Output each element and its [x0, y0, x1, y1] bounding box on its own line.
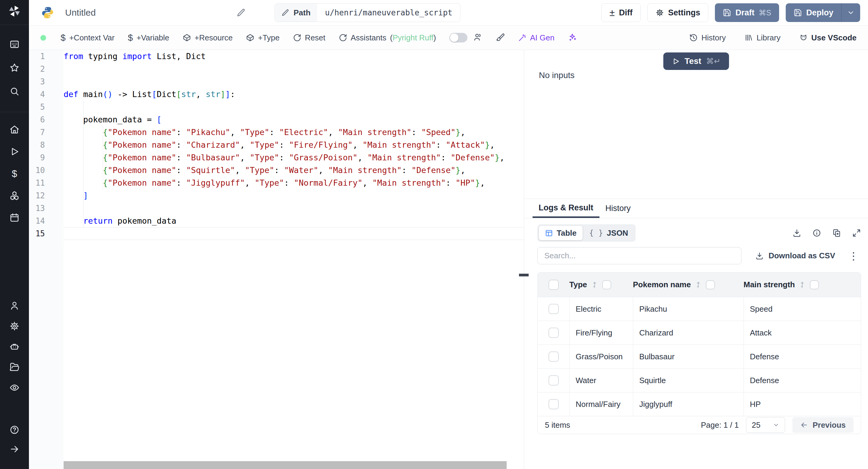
- code-line[interactable]: [64, 227, 524, 240]
- view-json-button[interactable]: { } JSON: [583, 226, 634, 240]
- code-line[interactable]: from typing import List, Dict: [64, 50, 524, 63]
- assistants-button[interactable]: Assistants (Pyright Ruff): [339, 33, 436, 42]
- code-line[interactable]: {"Pokemon name": "Charizard", "Type": "F…: [64, 139, 524, 151]
- sidebar-item-folders[interactable]: [0, 362, 29, 373]
- script-title: Untitled: [65, 7, 96, 18]
- reset-button[interactable]: Reset: [293, 33, 326, 42]
- sidebar-item-workers[interactable]: [0, 341, 29, 352]
- code-line[interactable]: def main() -> List[Dict[str, str]]:: [64, 88, 524, 101]
- row-checkbox[interactable]: [549, 327, 559, 338]
- sidebar-item-schedules[interactable]: [0, 212, 29, 223]
- sidebar-item-resources[interactable]: [0, 190, 29, 201]
- deploy-button[interactable]: Deploy: [786, 3, 841, 22]
- ai-gen-button[interactable]: AI Gen: [518, 33, 555, 42]
- code-line[interactable]: pokemon_data = [: [64, 113, 524, 126]
- ai-sparkles-button[interactable]: [568, 33, 577, 43]
- result-tabs: Logs & Result History: [524, 199, 868, 218]
- sidebar-item-runs[interactable]: [0, 146, 29, 157]
- search-input[interactable]: [537, 247, 741, 264]
- code-line[interactable]: [64, 202, 524, 215]
- code-line[interactable]: ]: [64, 189, 524, 202]
- previous-page-button[interactable]: Previous: [792, 417, 854, 433]
- column-label: Pokemon name: [633, 280, 691, 289]
- draft-button[interactable]: Draft ⌘S: [715, 3, 779, 22]
- add-context-var-button[interactable]: $ +Context Var: [61, 33, 115, 43]
- settings-button[interactable]: Settings: [647, 3, 709, 22]
- column-header: Type: [569, 280, 633, 289]
- horizontal-scrollbar-thumb[interactable]: [64, 461, 507, 469]
- code-editor[interactable]: 123456789101112131415 from typing import…: [29, 50, 524, 469]
- sidebar-item-users[interactable]: [0, 300, 29, 311]
- add-type-button[interactable]: +Type: [246, 33, 280, 42]
- code-line[interactable]: {"Pokemon name": "Pikachu", "Type": "Ele…: [64, 126, 524, 139]
- view-table-button[interactable]: Table: [539, 226, 583, 240]
- tab-history[interactable]: History: [599, 199, 637, 218]
- line-number: 10: [29, 164, 64, 177]
- gear-icon: [655, 8, 664, 17]
- code-line[interactable]: [64, 101, 524, 113]
- info-icon[interactable]: [812, 228, 821, 238]
- download-csv-button[interactable]: Download as CSV: [755, 251, 835, 260]
- add-resource-button[interactable]: +Resource: [183, 33, 233, 42]
- row-checkbox[interactable]: [549, 375, 559, 385]
- robot-icon: [9, 342, 20, 352]
- copy-clipboard-icon[interactable]: [832, 228, 841, 238]
- path-field[interactable]: Path u/henri/maneuverable_script: [275, 3, 461, 22]
- code-line[interactable]: {"Pokemon name": "Bulbasaur", "Type": "G…: [64, 151, 524, 164]
- library-button[interactable]: Library: [744, 33, 780, 42]
- arrow-right-icon: [9, 444, 20, 454]
- sidebar-item-audit-logs[interactable]: [0, 382, 29, 393]
- result-section: Table { } JSON: [524, 218, 868, 469]
- edit-title-pencil-icon[interactable]: [237, 8, 246, 17]
- table-cell: Fire/Flying: [569, 321, 633, 345]
- download-result-icon[interactable]: [792, 228, 801, 238]
- history-button[interactable]: History: [689, 33, 726, 42]
- sidebar-item-variables[interactable]: $: [0, 168, 29, 179]
- column-filter-checkbox[interactable]: [810, 280, 819, 289]
- sort-icon[interactable]: [695, 281, 702, 288]
- test-button[interactable]: Test ⌘↵: [663, 53, 729, 70]
- row-checkbox[interactable]: [549, 351, 559, 362]
- multiplayer-button[interactable]: [473, 33, 483, 43]
- brush-icon: [496, 33, 505, 41]
- code-line[interactable]: {"Pokemon name": "Squirtle", "Type": "Wa…: [64, 164, 524, 177]
- header-checkbox[interactable]: [549, 280, 559, 290]
- sidebar-item-settings[interactable]: [0, 321, 29, 332]
- format-button[interactable]: [496, 33, 505, 43]
- code-line[interactable]: {"Pokemon name": "Jigglypuff", "Type": "…: [64, 177, 524, 189]
- sidebar-item-help[interactable]: [0, 425, 29, 435]
- add-variable-button[interactable]: $ +Variable: [128, 33, 169, 43]
- code-line[interactable]: [64, 63, 524, 75]
- deploy-split-button: Deploy: [786, 3, 860, 22]
- cubes-icon: [9, 190, 20, 201]
- sort-icon[interactable]: [591, 281, 598, 288]
- column-label: Type: [569, 280, 587, 289]
- deploy-dropdown-button[interactable]: [841, 3, 860, 22]
- tab-logs-result[interactable]: Logs & Result: [532, 199, 599, 218]
- use-vscode-button[interactable]: Use VScode: [799, 33, 857, 42]
- code-line[interactable]: [64, 75, 524, 88]
- line-number: 1: [29, 50, 64, 63]
- vscode-cat-icon: [799, 33, 808, 42]
- sort-icon[interactable]: [799, 281, 806, 288]
- sidebar-item-search[interactable]: [0, 86, 29, 97]
- sidebar-item-apps[interactable]: [0, 39, 29, 50]
- pane-resize-handle[interactable]: [519, 274, 529, 276]
- row-checkbox[interactable]: [549, 399, 559, 409]
- sidebar-expand-button[interactable]: [0, 444, 29, 455]
- download-icon: [755, 252, 764, 260]
- sidebar-item-favorites[interactable]: [0, 62, 29, 73]
- windmill-logo-icon[interactable]: [7, 4, 22, 18]
- column-filter-checkbox[interactable]: [706, 280, 715, 289]
- column-filter-checkbox[interactable]: [602, 280, 611, 289]
- line-number: 15: [29, 227, 64, 240]
- page-size-select[interactable]: 25: [746, 417, 785, 433]
- row-checkbox[interactable]: [549, 304, 559, 314]
- line-number: 13: [29, 202, 64, 215]
- sidebar-item-home[interactable]: [0, 124, 29, 135]
- table-menu-button[interactable]: ⋮: [848, 251, 859, 261]
- assistant-toggle[interactable]: [450, 33, 467, 42]
- diff-button[interactable]: ± Diff: [601, 3, 641, 22]
- expand-icon[interactable]: [852, 228, 861, 238]
- code-line[interactable]: return pokemon_data: [64, 215, 524, 227]
